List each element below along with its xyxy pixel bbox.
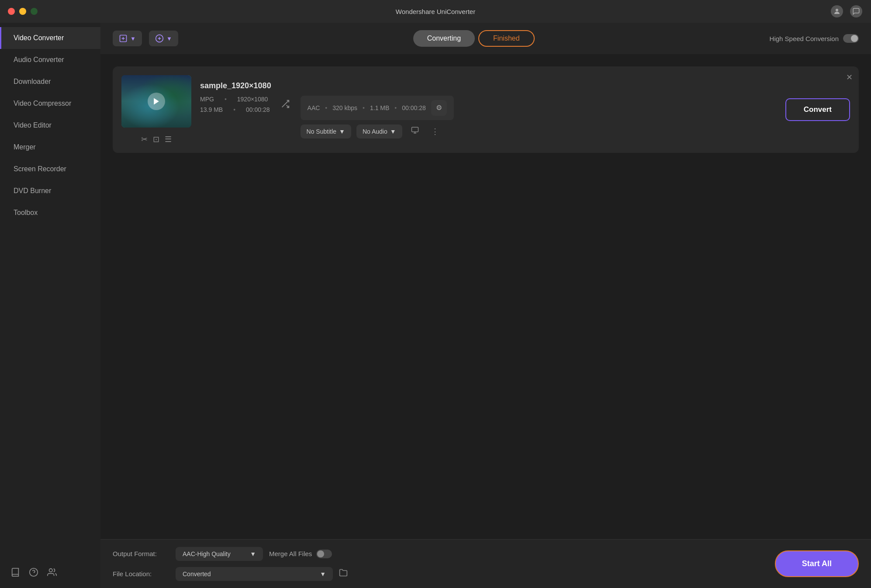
svg-marker-10 <box>154 98 159 105</box>
audio-dropdown[interactable]: No Audio ▼ <box>356 125 402 138</box>
output-info: AAC • 320 kbps • 1.1 MB • 00:00:28 ⚙ <box>301 96 454 120</box>
sidebar-item-merger[interactable]: Merger <box>0 136 100 158</box>
source-meta-row1: MPG • 1920×1080 <box>200 96 270 103</box>
titlebar: Wondershare UniConverter <box>0 0 871 23</box>
toggle-knob <box>851 35 858 42</box>
file-card: ✕ ✂ ⊡ ☰ sample_1920×1080 <box>113 66 859 153</box>
subtitle-dropdown[interactable]: No Subtitle ▼ <box>301 125 351 138</box>
play-button[interactable] <box>148 93 165 110</box>
add-file-chevron: ▼ <box>130 35 136 42</box>
crop-icon[interactable]: ⊡ <box>153 135 159 144</box>
minimize-button[interactable] <box>19 8 26 15</box>
high-speed-label: High Speed Conversion <box>770 35 839 42</box>
source-meta-row2: 13.9 MB • 00:00:28 <box>200 106 270 113</box>
app-body: Video Converter Audio Converter Download… <box>0 23 871 588</box>
output-info-area: AAC • 320 kbps • 1.1 MB • 00:00:28 ⚙ <box>301 96 454 138</box>
tab-group: Converting Finished <box>185 30 763 47</box>
add-url-chevron: ▼ <box>166 35 172 42</box>
location-chevron-icon: ▼ <box>320 571 326 578</box>
shuffle-area <box>280 96 290 109</box>
output-controls: No Subtitle ▼ No Audio ▼ ⋮ <box>301 125 454 138</box>
maximize-button <box>31 8 38 15</box>
merge-toggle[interactable] <box>316 550 332 558</box>
output-size: 1.1 MB <box>370 104 389 111</box>
bottom-bar: Output Format: AAC-High Quality ▼ Merge … <box>100 539 871 588</box>
main-content: ▼ ▼ Converting Finished High Speed Conve… <box>100 23 871 588</box>
settings-button[interactable]: ⚙ <box>431 100 447 116</box>
svg-rect-13 <box>411 127 418 132</box>
preview-button[interactable] <box>408 125 422 138</box>
file-location-label: File Location: <box>113 570 169 578</box>
file-location-row: File Location: Converted ▼ <box>113 567 757 581</box>
filter-icon[interactable]: ☰ <box>165 135 172 144</box>
output-duration: 00:00:28 <box>402 104 426 111</box>
merge-row: Merge All Files <box>269 550 332 558</box>
bottom-options: Output Format: AAC-High Quality ▼ Merge … <box>113 547 757 581</box>
content-area: ✕ ✂ ⊡ ☰ sample_1920×1080 <box>100 54 871 539</box>
merge-label: Merge All Files <box>269 550 312 557</box>
toolbar: ▼ ▼ Converting Finished High Speed Conve… <box>100 23 871 54</box>
output-format-select[interactable]: AAC-High Quality ▼ <box>176 547 263 561</box>
sidebar-item-audio-converter[interactable]: Audio Converter <box>0 49 100 71</box>
thumbnail-wrapper: ✂ ⊡ ☰ <box>121 75 191 144</box>
file-location-select[interactable]: Converted ▼ <box>176 567 333 581</box>
add-file-button[interactable]: ▼ <box>113 31 142 46</box>
convert-button[interactable]: Convert <box>785 98 850 121</box>
dot1: • <box>225 96 227 103</box>
tab-finished-button[interactable]: Finished <box>478 30 534 47</box>
window-controls <box>8 8 38 15</box>
tab-converting-button[interactable]: Converting <box>413 30 475 47</box>
chevron-down-icon: ▼ <box>339 128 345 135</box>
sidebar-item-video-editor[interactable]: Video Editor <box>0 114 100 136</box>
sidebar-item-video-converter[interactable]: Video Converter <box>0 27 100 49</box>
folder-icon[interactable] <box>339 568 348 579</box>
sidebar-item-screen-recorder[interactable]: Screen Recorder <box>0 158 100 180</box>
output-format-label: Output Format: <box>113 550 169 557</box>
source-size: 13.9 MB <box>200 106 223 113</box>
book-icon[interactable] <box>10 567 20 579</box>
more-button[interactable]: ⋮ <box>428 125 442 138</box>
source-format: MPG <box>200 96 214 103</box>
close-card-button[interactable]: ✕ <box>846 73 853 82</box>
sidebar-bottom <box>0 559 100 588</box>
cut-icon[interactable]: ✂ <box>141 135 148 144</box>
sidebar: Video Converter Audio Converter Download… <box>0 23 100 588</box>
high-speed-toggle[interactable] <box>843 34 859 43</box>
user-icon[interactable] <box>831 5 843 17</box>
output-codec: AAC <box>308 104 320 111</box>
app-title: Wondershare UniConverter <box>396 8 475 15</box>
sidebar-item-toolbox[interactable]: Toolbox <box>0 202 100 224</box>
help-icon[interactable] <box>29 567 38 579</box>
file-thumbnail <box>121 75 191 128</box>
svg-point-0 <box>836 9 838 11</box>
output-bitrate: 320 kbps <box>332 104 357 111</box>
chevron-down-icon-2: ▼ <box>390 128 396 135</box>
sidebar-item-dvd-burner[interactable]: DVD Burner <box>0 180 100 202</box>
file-info: sample_1920×1080 MPG • 1920×1080 13.9 MB <box>200 81 777 138</box>
high-speed-toggle-area: High Speed Conversion <box>770 34 859 43</box>
file-name: sample_1920×1080 <box>200 81 777 90</box>
merge-toggle-knob <box>317 550 324 557</box>
file-tools: ✂ ⊡ ☰ <box>141 135 172 144</box>
close-button[interactable] <box>8 8 15 15</box>
dot2: • <box>233 106 235 113</box>
shuffle-icon <box>280 99 290 109</box>
add-url-button[interactable]: ▼ <box>149 31 178 46</box>
output-format-row: Output Format: AAC-High Quality ▼ Merge … <box>113 547 757 561</box>
format-chevron-icon: ▼ <box>250 550 256 557</box>
titlebar-right-icons <box>831 5 862 17</box>
source-duration: 00:00:28 <box>246 106 270 113</box>
source-info: MPG • 1920×1080 13.9 MB • 00:00:28 <box>200 96 270 117</box>
sidebar-item-downloader[interactable]: Downloader <box>0 71 100 93</box>
source-resolution: 1920×1080 <box>237 96 268 103</box>
chat-icon[interactable] <box>850 5 862 17</box>
sidebar-item-video-compressor[interactable]: Video Compressor <box>0 93 100 114</box>
start-all-button[interactable]: Start All <box>775 550 859 577</box>
users-icon[interactable] <box>47 567 57 579</box>
svg-point-3 <box>49 569 52 572</box>
